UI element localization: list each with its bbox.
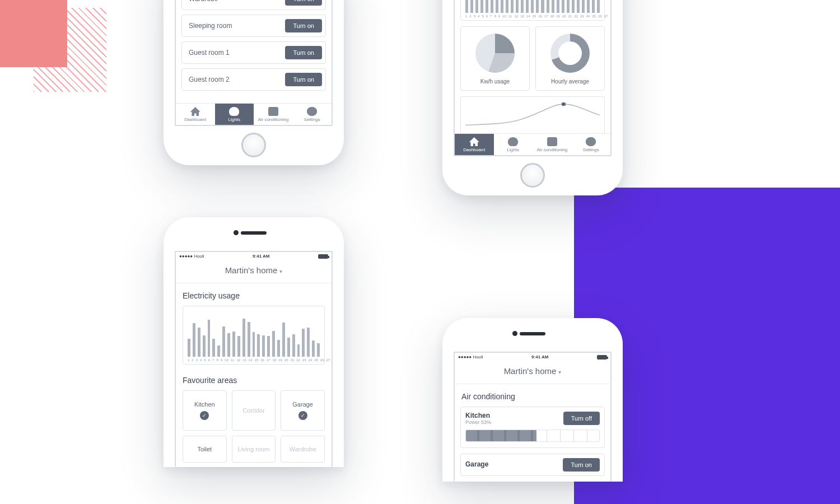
turn-on-button[interactable]: Turn on [285,73,322,86]
tab-label: Dashboard [463,147,485,152]
bar-series [465,0,600,13]
bar-series [188,312,320,357]
tile-garage[interactable]: Garage ✓ [281,390,325,431]
tab-bar: Dashboard Lights Air conditioning Settin… [455,133,610,155]
room-label: Sleeping room [189,22,232,30]
section-air-conditioning: Air conditioning [455,384,610,407]
phone-ac-screen: ●●●●● Hooli 9:41 AM Martin's home▾ Air c… [442,318,623,482]
decor-pink-block [0,0,67,67]
screen: Living room Turn on Wardrobe Turn on Sle… [175,0,333,126]
room-label: Guest room 2 [189,76,230,83]
kwh-usage-card[interactable]: Kw/h usage [460,26,530,91]
tab-label: Settings [583,147,599,152]
turn-off-button[interactable]: Turn off [563,412,600,425]
tab-dashboard[interactable]: Dashboard [176,104,215,125]
tile-kitchen[interactable]: Kitchen ✓ [183,390,227,431]
ac-power-slider[interactable] [465,430,600,442]
home-icon [469,137,479,146]
summary-cards: Kw/h usage Hourly average [460,26,605,91]
phone-home-button[interactable] [241,133,266,157]
room-row-guest-2[interactable]: Guest room 2 Turn on [181,68,326,91]
pie-chart-icon [475,34,515,73]
tile-label: Kitchen [194,401,215,408]
tile-label: Corridor [242,407,265,414]
phone-usage-charts-screen: Daily Weekly Monthly 1234567891011121314… [442,0,623,195]
donut-chart-icon [550,34,590,73]
tab-air-conditioning[interactable]: Air conditioning [533,134,572,155]
tab-label: Air conditioning [536,147,567,152]
card-label: Hourly average [538,78,602,85]
room-row-guest-1[interactable]: Guest room 1 Turn on [181,41,326,64]
phone-home-button[interactable] [520,163,545,188]
clock-label: 9:41 AM [253,254,269,259]
gear-icon [307,107,317,116]
check-icon: ✓ [200,411,209,420]
bar-axis: 1234567891011121314151617181920212223242… [465,15,600,18]
tab-label: Dashboard [184,117,206,122]
home-title: Martin's home [504,366,557,376]
screen: ●●●●● Hooli 9:41 AM Martin's home▾ Air c… [454,352,612,482]
tile-label: Wardrobe [290,446,316,452]
slider-fill [466,430,536,441]
room-label: Guest room 1 [189,49,230,57]
gear-icon [586,137,596,146]
turn-on-button[interactable]: Turn on [285,0,322,6]
light-icon [508,137,518,146]
battery-icon [318,254,328,259]
ac-icon [268,107,278,116]
tab-settings[interactable]: Settings [293,104,332,125]
usage-bar-chart: 1234567891011121314151617181920212223242… [183,306,325,365]
tile-living-room[interactable]: Living room [232,436,276,463]
section-electricity-usage: Electricity usage [176,283,332,306]
tab-label: Lights [228,117,240,122]
battery-icon [597,355,607,360]
phone-sensor-icon [512,331,517,336]
room-row-wardrobe[interactable]: Wardrobe Turn on [181,0,326,10]
tab-lights[interactable]: Lights [215,104,254,125]
chevron-down-icon: ▾ [279,268,282,274]
phone-sensor-icon [234,230,239,235]
home-selector[interactable]: Martin's home▾ [455,361,610,384]
tile-corridor[interactable]: Corridor [232,390,276,431]
home-selector[interactable]: Martin's home▾ [176,260,332,283]
phone-lights-screen: Living room Turn on Wardrobe Turn on Sle… [164,0,344,165]
tab-dashboard[interactable]: Dashboard [455,134,494,155]
phone-speaker-icon [520,332,545,335]
chevron-down-icon: ▾ [558,369,561,375]
ac-row-kitchen: Kitchen Power 53% Turn off [460,407,605,448]
room-label: Wardrobe [189,0,218,3]
turn-on-button[interactable]: Turn on [285,46,322,59]
light-icon [229,107,239,116]
status-bar: ●●●●● Hooli 9:41 AM [455,353,610,361]
screen: Daily Weekly Monthly 1234567891011121314… [454,0,612,156]
svg-point-0 [562,102,566,106]
turn-on-button[interactable]: Turn on [563,458,600,472]
room-row-sleeping-room[interactable]: Sleeping room Turn on [181,15,326,37]
bar-axis: 1234567891011121314151617181920212223242… [188,358,320,362]
favourite-tiles: Kitchen ✓ Corridor Garage ✓ Toilet Livin… [176,390,332,467]
tile-wardrobe[interactable]: Wardrobe [281,436,325,463]
tile-toilet[interactable]: Toilet [183,436,227,463]
tab-air-conditioning[interactable]: Air conditioning [254,104,293,125]
tab-label: Lights [507,147,519,152]
status-bar: ●●●●● Hooli 9:41 AM [176,252,332,260]
card-label: Kw/h usage [463,78,527,85]
ac-room-label: Kitchen [465,412,491,419]
tab-settings[interactable]: Settings [572,134,611,155]
hourly-average-card[interactable]: Hourly average [535,26,605,91]
ac-icon [547,137,557,146]
phone-dashboard-screen: ●●●●● Hooli 9:41 AM Martin's home▾ Elect… [164,217,344,467]
tab-label: Settings [304,117,320,122]
tile-label: Toilet [197,446,212,452]
tile-label: Garage [292,401,313,408]
tile-label: Living room [238,446,270,452]
section-favourite-areas: Favourite areas [176,368,332,390]
home-icon [190,107,200,116]
ac-power-label: Power 53% [465,419,491,425]
phone-speaker-icon [241,231,267,235]
tab-lights[interactable]: Lights [494,134,533,155]
room-toggle-list: Living room Turn on Wardrobe Turn on Sle… [176,0,332,103]
turn-on-button[interactable]: Turn on [285,19,322,32]
tab-bar: Dashboard Lights Air conditioning Settin… [176,103,332,125]
carrier-label: ●●●●● Hooli [179,254,204,259]
